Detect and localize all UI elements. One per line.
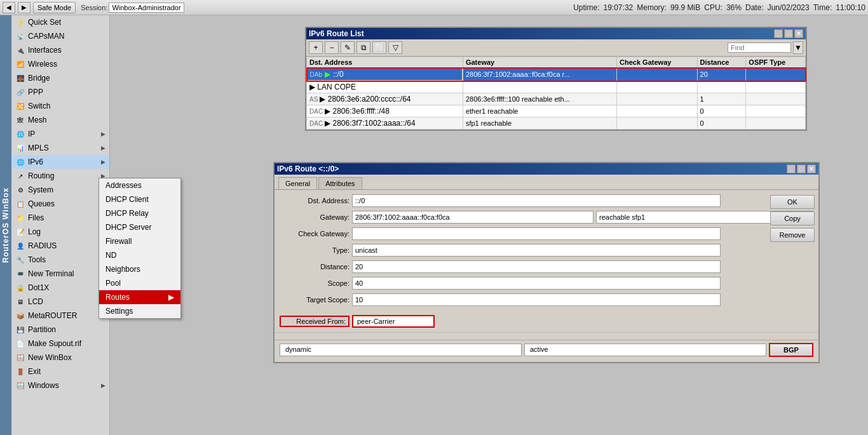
wireless-icon: 📶 xyxy=(15,59,25,69)
ctx-settings[interactable]: Settings xyxy=(99,304,180,318)
ctx-dhcp-server[interactable]: DHCP Server xyxy=(99,220,180,234)
sidebar-item-bridge[interactable]: 🌉 Bridge xyxy=(11,71,109,85)
distance-label: Distance: xyxy=(280,263,349,271)
type-input[interactable] xyxy=(352,244,721,257)
sidebar-item-ip[interactable]: 🌐 IP xyxy=(11,127,109,141)
sidebar-label-system: System xyxy=(28,185,53,194)
find-dropdown[interactable]: ▼ xyxy=(793,41,803,54)
list-window-titlebar: IPv6 Route List _ □ ✕ xyxy=(306,28,806,39)
ipv6-icon: 🌐 xyxy=(15,157,25,167)
remove-btn[interactable]: − xyxy=(325,41,339,54)
sidebar-item-interfaces[interactable]: 🔌 Interfaces xyxy=(11,43,109,57)
add-btn[interactable]: + xyxy=(309,41,323,54)
forward-btn[interactable]: ▶ xyxy=(18,2,31,13)
sidebar-item-wireless[interactable]: 📶 Wireless xyxy=(11,57,109,71)
sidebar-item-dot1x[interactable]: 🔒 Dot1X xyxy=(11,281,109,295)
detail-win-close[interactable]: ✕ xyxy=(807,164,816,173)
sidebar-item-ipv6[interactable]: 🌐 IPv6 xyxy=(11,155,109,169)
list-win-maximize[interactable]: □ xyxy=(784,29,793,38)
filter-btn[interactable]: ▽ xyxy=(388,41,402,54)
ctx-addresses[interactable]: Addresses xyxy=(99,178,180,192)
copy-button[interactable]: Copy xyxy=(770,211,815,225)
time-label: Time: xyxy=(813,3,832,12)
list-win-close[interactable]: ✕ xyxy=(794,29,803,38)
sidebar-label-radius: RADIUS xyxy=(28,241,57,250)
cpu-value: 36% xyxy=(726,3,742,12)
sidebar-item-radius[interactable]: 👤 RADIUS xyxy=(11,239,109,253)
sidebar-item-files[interactable]: 📁 Files xyxy=(11,211,109,225)
sidebar-item-ppp[interactable]: 🔗 PPP xyxy=(11,85,109,99)
detail-win-maximize[interactable]: □ xyxy=(797,164,806,173)
status-dynamic: dynamic xyxy=(280,344,522,356)
target-scope-input[interactable] xyxy=(352,293,721,306)
edit-btn[interactable]: ✎ xyxy=(341,41,355,54)
uptime-value: 19:07:32 xyxy=(604,3,634,12)
quick-set-icon: ⚡ xyxy=(15,17,25,27)
routing-icon: ↗ xyxy=(15,171,25,181)
sidebar-label-routing: Routing xyxy=(28,171,54,180)
received-from-input[interactable] xyxy=(352,315,435,328)
sidebar-item-metarouter[interactable]: 📦 MetaROUTER xyxy=(11,309,109,323)
memory-label: Memory: xyxy=(637,3,667,12)
sidebar-label-mesh: Mesh xyxy=(28,116,46,124)
sidebar-item-make-supout[interactable]: 📄 Make Supout.rif xyxy=(11,337,109,351)
sidebar-item-new-terminal[interactable]: 💻 New Terminal xyxy=(11,267,109,281)
sidebar-label-capsman: CAPsMAN xyxy=(28,32,64,41)
sidebar-item-new-winbox[interactable]: 🪟 New WinBox xyxy=(11,351,109,365)
ctx-firewall[interactable]: Firewall xyxy=(99,234,180,248)
sidebar-label-log: Log xyxy=(28,227,41,236)
table-row[interactable]: DAC ▶ 2806:3f7:1002:aaaa::/64 sfp1 reach… xyxy=(307,117,806,130)
ctx-dhcp-relay[interactable]: DHCP Relay xyxy=(99,206,180,220)
paste-btn[interactable]: ⬜ xyxy=(372,41,386,54)
sidebar-item-quick-set[interactable]: ⚡ Quick Set xyxy=(11,15,109,29)
back-btn[interactable]: ◀ xyxy=(3,2,15,13)
copy-btn[interactable]: ⧉ xyxy=(356,41,370,54)
ctx-neighbors[interactable]: Neighbors xyxy=(99,262,180,276)
sidebar-item-windows[interactable]: 🪟 Windows xyxy=(11,378,109,392)
sidebar-item-system[interactable]: ⚙ System xyxy=(11,183,109,197)
sidebar-item-mesh[interactable]: 🕸 Mesh xyxy=(11,113,109,127)
route-table: Dst. Address Gateway Check Gateway Dista… xyxy=(306,57,806,130)
sidebar-label-new-winbox: New WinBox xyxy=(28,353,72,362)
list-window-title: IPv6 Route List xyxy=(309,29,364,38)
sidebar-item-exit[interactable]: 🚪 Exit xyxy=(11,365,109,378)
sidebar-item-tools[interactable]: 🔧 Tools xyxy=(11,253,109,267)
status-row: dynamic active BGP xyxy=(275,340,818,359)
find-input[interactable] xyxy=(728,43,791,53)
sidebar-item-lcd[interactable]: 🖥 LCD xyxy=(11,295,109,309)
distance-input[interactable] xyxy=(352,260,721,273)
table-row[interactable]: ▶ LAN COPE xyxy=(307,81,806,93)
bgp-button[interactable]: BGP xyxy=(769,343,813,357)
check-gateway-input[interactable] xyxy=(352,227,721,240)
row-gw: 2806:3f7:1002:aaaa::f0ca:f0ca r... xyxy=(463,68,616,81)
row-gw: ether1 reachable xyxy=(463,105,616,117)
mesh-icon: 🕸 xyxy=(15,115,25,125)
safe-mode-btn[interactable]: Safe Mode xyxy=(33,2,76,13)
ctx-routes[interactable]: Routes ▶ xyxy=(99,290,180,304)
sidebar-item-queues[interactable]: 📋 Queues xyxy=(11,197,109,211)
sidebar-item-partition[interactable]: 💾 Partition xyxy=(11,323,109,337)
remove-button[interactable]: Remove xyxy=(770,228,815,242)
table-row[interactable]: DAC ▶ 2806:3e6:ffff::/48 ether1 reachabl… xyxy=(307,105,806,117)
scope-input[interactable] xyxy=(352,277,721,290)
sidebar-item-switch[interactable]: 🔀 Switch xyxy=(11,99,109,113)
table-row[interactable]: DAb ▶ ::/0 2806:3f7:1002:aaaa::f0ca:f0ca… xyxy=(307,68,806,81)
ctx-pool[interactable]: Pool xyxy=(99,276,180,290)
sidebar-item-routing[interactable]: ↗ Routing xyxy=(11,169,109,183)
detail-win-minimize[interactable]: _ xyxy=(787,164,796,173)
row-dst: DAC ▶ 2806:3f7:1002:aaaa::/64 xyxy=(307,117,463,130)
dst-address-input[interactable] xyxy=(352,194,721,207)
table-row[interactable]: AS ▶ 2806:3e6:a200:cccc::/64 2806:3e6:ff… xyxy=(307,93,806,105)
ok-button[interactable]: OK xyxy=(770,195,815,209)
gateway-input[interactable] xyxy=(352,211,593,224)
ctx-dhcp-client[interactable]: DHCP Client xyxy=(99,192,180,206)
detail-content: Dst. Address: Gateway: Check Gateway: Ty… xyxy=(275,189,818,362)
sidebar-label-ipv6: IPv6 xyxy=(28,157,43,166)
sidebar-item-mpls[interactable]: 📊 MPLS xyxy=(11,141,109,155)
sidebar-item-log[interactable]: 📝 Log xyxy=(11,225,109,239)
tab-general[interactable]: General xyxy=(278,177,317,189)
list-win-minimize[interactable]: _ xyxy=(774,29,783,38)
ctx-nd[interactable]: ND xyxy=(99,248,180,262)
sidebar-item-capsman[interactable]: 📡 CAPsMAN xyxy=(11,29,109,43)
tab-attributes[interactable]: Attributes xyxy=(318,177,362,189)
